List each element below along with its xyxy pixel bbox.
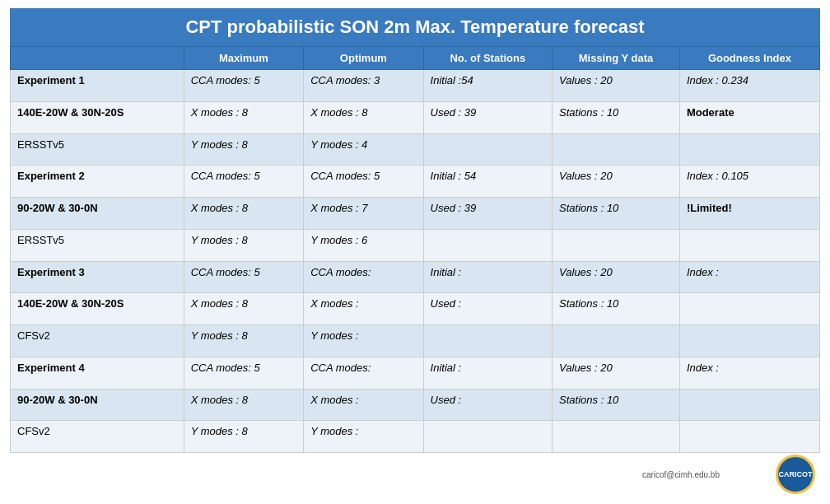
cell-r6-c5: Index :: [679, 261, 819, 293]
logo-circle: CARICOT: [776, 455, 815, 494]
cell-r0-c5: Index : 0.234: [679, 70, 819, 102]
cell-r11-c3: [423, 421, 552, 453]
cell-r4-c0: 90-20W & 30-0N: [11, 198, 184, 230]
cell-r11-c5: [679, 421, 819, 453]
cell-r7-c0: 140E-20W & 30N-20S: [11, 293, 184, 325]
bottom-bar: caricof@cimh.edu.bb CARICOT: [10, 453, 820, 496]
cell-r2-c0: ERSSTv5: [11, 133, 184, 166]
table-row: ERSSTv5Y modes : 8Y modes : 4: [11, 133, 820, 166]
cell-r7-c1: X modes : 8: [184, 293, 303, 325]
cell-r10-c2: X modes :: [304, 389, 423, 421]
cell-r8-c3: [423, 325, 552, 357]
cell-r0-c4: Values : 20: [553, 70, 680, 102]
email-text: caricof@cimh.edu.bb: [642, 470, 720, 479]
cell-r10-c3: Used :: [423, 389, 552, 421]
cell-r5-c1: Y modes : 8: [184, 229, 303, 261]
cell-r7-c2: X modes :: [304, 293, 423, 325]
cell-r6-c3: Initial :: [423, 261, 552, 293]
cell-r1-c2: X modes : 8: [304, 101, 423, 133]
cell-r0-c0: Experiment 1: [11, 70, 184, 102]
cell-r3-c4: Values : 20: [553, 166, 680, 198]
cell-r5-c3: [423, 229, 552, 261]
cell-r1-c3: Used : 39: [423, 101, 552, 133]
cell-r4-c5: !Limited!: [679, 198, 819, 230]
page-wrapper: CPT probabilistic SON 2m Max. Temperatur…: [0, 0, 830, 504]
main-title: CPT probabilistic SON 2m Max. Temperatur…: [10, 8, 820, 46]
cell-r3-c2: CCA modes: 5: [304, 166, 423, 198]
table-row: Experiment 1CCA modes: 5CCA modes: 3Init…: [11, 70, 820, 102]
header-col2: Maximum: [184, 47, 303, 70]
header-col5: Missing Y data: [553, 47, 680, 70]
table-row: ERSSTv5Y modes : 8Y modes : 6: [11, 229, 820, 261]
cell-r5-c0: ERSSTv5: [11, 229, 184, 261]
header-col6: Goodness Index: [679, 47, 819, 70]
cell-r8-c4: [553, 325, 680, 357]
cell-r11-c1: Y modes : 8: [184, 421, 303, 453]
cell-r11-c0: CFSv2: [11, 421, 184, 453]
cell-r10-c1: X modes : 8: [184, 389, 303, 421]
cell-r11-c2: Y modes :: [304, 421, 423, 453]
table-row: Experiment 4CCA modes: 5CCA modes:Initia…: [11, 357, 820, 389]
cell-r9-c0: Experiment 4: [11, 357, 184, 389]
cell-r9-c2: CCA modes:: [304, 357, 423, 389]
cell-r9-c1: CCA modes: 5: [184, 357, 303, 389]
cell-r4-c4: Stations : 10: [553, 198, 680, 230]
cell-r2-c3: [423, 133, 552, 166]
cell-r6-c4: Values : 20: [553, 261, 680, 293]
table-row: 90-20W & 30-0NX modes : 8X modes : 7Used…: [11, 198, 820, 230]
table-row: Experiment 3CCA modes: 5CCA modes:Initia…: [11, 261, 820, 293]
header-col4: No. of Stations: [423, 47, 552, 70]
cell-r3-c3: Initial : 54: [423, 166, 552, 198]
cell-r2-c1: Y modes : 8: [184, 133, 303, 166]
cell-r8-c2: Y modes :: [304, 325, 423, 357]
cell-r4-c2: X modes : 7: [304, 198, 423, 230]
cell-r7-c3: Used :: [423, 293, 552, 325]
cell-r0-c3: Initial :54: [423, 70, 552, 102]
cell-r5-c4: [553, 229, 680, 261]
cell-r1-c1: X modes : 8: [184, 101, 303, 133]
cell-r6-c1: CCA modes: 5: [184, 261, 303, 293]
cell-r1-c0: 140E-20W & 30N-20S: [11, 101, 184, 133]
cell-r10-c5: [679, 389, 819, 421]
logo-label: CARICOT: [779, 470, 813, 479]
table-row: 140E-20W & 30N-20SX modes : 8X modes :Us…: [11, 293, 820, 325]
cell-r4-c3: Used : 39: [423, 198, 552, 230]
cell-r10-c4: Stations : 10: [553, 389, 680, 421]
cell-r2-c2: Y modes : 4: [304, 133, 423, 166]
cell-r8-c1: Y modes : 8: [184, 325, 303, 357]
cell-r9-c4: Values : 20: [553, 357, 680, 389]
cell-r1-c5: Moderate: [679, 101, 819, 133]
table-row: Experiment 2CCA modes: 5CCA modes: 5Init…: [11, 166, 820, 198]
cell-r3-c1: CCA modes: 5: [184, 166, 303, 198]
cell-r5-c5: [679, 229, 819, 261]
cell-r6-c2: CCA modes:: [304, 261, 423, 293]
cell-r11-c4: [553, 421, 680, 453]
main-table: Maximum Optimum No. of Stations Missing …: [10, 46, 820, 453]
cell-r1-c4: Stations : 10: [553, 101, 680, 133]
header-col3: Optimum: [304, 47, 423, 70]
cell-r7-c5: [679, 293, 819, 325]
table-row: 140E-20W & 30N-20SX modes : 8X modes : 8…: [11, 101, 820, 133]
cell-r9-c3: Initial :: [423, 357, 552, 389]
cell-r3-c0: Experiment 2: [11, 166, 184, 198]
cell-r9-c5: Index :: [679, 357, 819, 389]
cell-r2-c4: [553, 133, 680, 166]
cell-r6-c0: Experiment 3: [11, 261, 184, 293]
cell-r0-c1: CCA modes: 5: [184, 70, 303, 102]
cell-r7-c4: Stations : 10: [553, 293, 680, 325]
cell-r8-c5: [679, 325, 819, 357]
cell-r10-c0: 90-20W & 30-0N: [11, 389, 184, 421]
table-row: 90-20W & 30-0NX modes : 8X modes :Used :…: [11, 389, 820, 421]
table-row: CFSv2Y modes : 8Y modes :: [11, 325, 820, 357]
cell-r0-c2: CCA modes: 3: [304, 70, 423, 102]
cell-r4-c1: X modes : 8: [184, 198, 303, 230]
header-col1: [11, 47, 184, 70]
cell-r8-c0: CFSv2: [11, 325, 184, 357]
table-row: CFSv2Y modes : 8Y modes :: [11, 421, 820, 453]
cell-r2-c5: [679, 133, 819, 166]
cell-r5-c2: Y modes : 6: [304, 229, 423, 261]
cell-r3-c5: Index : 0.105: [679, 166, 819, 198]
